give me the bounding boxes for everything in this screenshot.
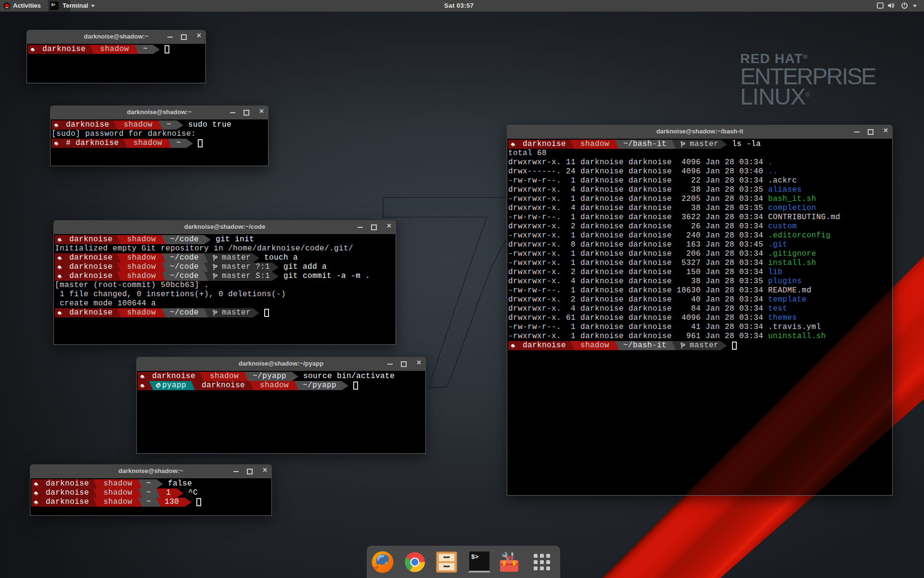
svg-text:$>: $> xyxy=(51,3,55,7)
svg-text:$>: $> xyxy=(471,553,479,561)
